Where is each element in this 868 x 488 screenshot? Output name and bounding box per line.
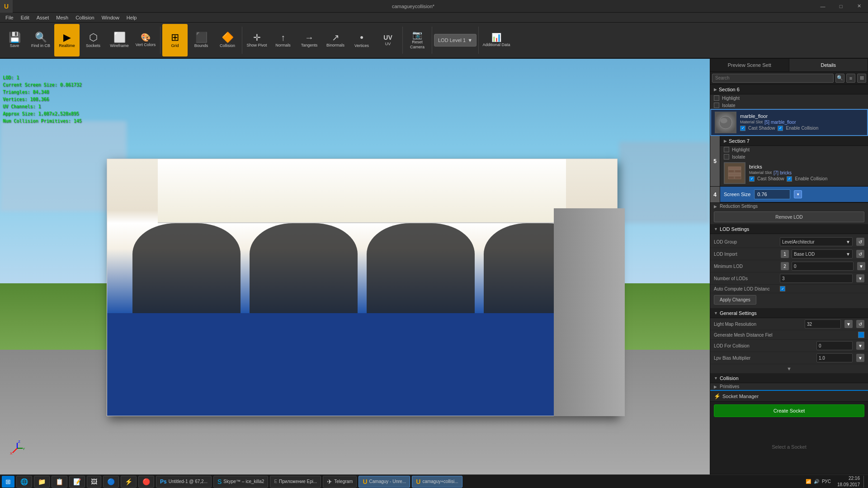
general-settings-header[interactable]: ▼ General Settings xyxy=(710,308,868,318)
section7-label: Section 7 xyxy=(729,138,750,144)
taskbar-notepad[interactable]: 📝 xyxy=(69,476,85,488)
minimize-button[interactable]: — xyxy=(814,0,832,13)
reduction-settings-row[interactable]: ▶ Reduction Settings xyxy=(710,203,868,210)
normals-label: Normals xyxy=(275,43,291,48)
generate-mesh-check[interactable] xyxy=(858,332,864,338)
maximize-button[interactable]: □ xyxy=(832,0,850,13)
start-button[interactable]: ⊞ xyxy=(2,476,14,488)
section6-material-row[interactable]: marble_floor Material Slot [5] marble_fl… xyxy=(710,109,868,136)
lod-group-dropdown[interactable]: LevelArchitectur ▼ xyxy=(780,237,853,246)
reset-camera-button[interactable]: 📷 Reset Camera xyxy=(405,24,430,56)
light-map-refresh[interactable]: ↺ xyxy=(856,320,864,328)
bricks-cast-shadow-check[interactable]: ✓ xyxy=(749,176,755,182)
tab-preview-scene[interactable]: Preview Scene Sett xyxy=(710,59,789,71)
menu-help[interactable]: Help xyxy=(123,13,141,23)
taskbar-epic[interactable]: E Приложение Epi... xyxy=(270,476,321,488)
wireframe-button[interactable]: ⬜ Wireframe xyxy=(107,24,132,56)
number-of-lods-input[interactable] xyxy=(780,274,853,283)
taskbar-extra2[interactable]: 🔴 xyxy=(138,476,154,488)
lpv-bias-input[interactable] xyxy=(816,353,853,362)
filter-button[interactable]: ⊞ xyxy=(857,74,866,83)
auto-compute-check[interactable]: ✓ xyxy=(780,286,785,291)
photos-icon: 🖼 xyxy=(91,478,97,485)
menu-mesh[interactable]: Mesh xyxy=(52,13,72,23)
menu-collision[interactable]: Collision xyxy=(72,13,98,23)
screen-size-input[interactable] xyxy=(754,189,790,199)
taskbar-explorer[interactable]: 📁 xyxy=(34,476,50,488)
lod-collision-input[interactable] xyxy=(816,341,853,350)
section6-highlight-check[interactable] xyxy=(714,95,719,101)
bricks-enable-collision-check[interactable]: ✓ xyxy=(787,176,792,182)
tangents-button[interactable]: → Tangents xyxy=(297,24,322,56)
section7-header[interactable]: ▶ Section 7 xyxy=(720,136,868,146)
lod-dropdown[interactable]: LOD Level 1 ▼ xyxy=(434,34,476,47)
stat-collision-primitives: Num Collision Primitives: 145 xyxy=(3,117,82,125)
uv-button[interactable]: UV UV xyxy=(375,24,401,56)
menu-file[interactable]: File xyxy=(2,13,17,23)
vert-colors-button[interactable]: 🎨 Vert Colors xyxy=(133,24,158,56)
collision-section-header[interactable]: ▼ Collision xyxy=(710,373,868,383)
realtime-button[interactable]: ▶ Realtime xyxy=(54,24,80,56)
vertices-button[interactable]: • Vertices xyxy=(349,24,374,56)
lod-import-dropdown[interactable]: Base LOD ▼ xyxy=(792,249,853,258)
light-map-stepper[interactable]: ▼ xyxy=(844,320,853,328)
generate-mesh-label: Generate Mesh Distance Fiel xyxy=(714,333,855,338)
section6-label: Section 6 xyxy=(719,87,740,92)
collision-button[interactable]: 🔶 Collision xyxy=(215,24,240,56)
primitives-row[interactable]: ▶ Primitives xyxy=(710,383,868,390)
menu-asset[interactable]: Asset xyxy=(33,13,53,23)
marble-enable-collision-check[interactable]: ✓ xyxy=(778,126,783,131)
taskbar-skype[interactable]: S Skype™ – ice_killa2 xyxy=(213,476,268,488)
show-pivot-button[interactable]: ✛ Show Pivot xyxy=(244,24,269,56)
separator-1 xyxy=(160,27,160,54)
find-in-cb-button[interactable]: 🔍 Find in CB xyxy=(28,24,53,56)
tab-details[interactable]: Details xyxy=(789,59,868,71)
remove-lod-button[interactable]: Remove LOD xyxy=(714,211,864,222)
show-desktop-button[interactable] xyxy=(863,476,866,488)
taskbar-chrome[interactable]: 🔵 xyxy=(103,476,119,488)
lod-import-row: LOD Import 1 Base LOD ▼ ↺ xyxy=(710,248,868,260)
lod-collision-stepper[interactable]: ▼ xyxy=(856,342,864,350)
lpv-bias-stepper[interactable]: ▼ xyxy=(856,354,864,362)
section7-isolate-check[interactable] xyxy=(724,154,729,160)
additional-data-button[interactable]: 📊 Additional Data xyxy=(481,24,512,56)
menu-edit[interactable]: Edit xyxy=(17,13,33,23)
uv-icon: UV xyxy=(383,34,392,41)
create-socket-button[interactable]: Create Socket xyxy=(714,404,864,417)
save-button[interactable]: 💾 Save xyxy=(2,24,27,56)
light-map-input[interactable] xyxy=(805,319,841,328)
marble-cast-shadow-check[interactable]: ✓ xyxy=(740,126,745,131)
search-input[interactable] xyxy=(712,74,834,83)
taskbar-photoshop[interactable]: Ps Untitled-1 @ 67,2... xyxy=(156,476,212,488)
search-button[interactable]: 🔍 xyxy=(835,74,844,83)
menu-window[interactable]: Window xyxy=(98,13,123,23)
taskbar-ue4-main[interactable]: U Camaguy - Unre... xyxy=(359,476,410,488)
screen-size-picker[interactable]: ▼ xyxy=(794,190,802,198)
viewport[interactable]: Perspective ▼ ☀ Lit Show ▼ xyxy=(0,59,710,474)
section6-isolate-check[interactable] xyxy=(714,103,719,108)
bounds-button[interactable]: ⬛ Bounds xyxy=(189,24,214,56)
number-of-lods-stepper[interactable]: ▼ xyxy=(856,274,864,282)
binormals-button[interactable]: ↗ Binormals xyxy=(323,24,348,56)
taskbar-telegram[interactable]: ✈ Telegram xyxy=(323,476,357,488)
taskbar-sticky[interactable]: 📋 xyxy=(52,476,67,488)
grid-button[interactable]: ⊞ Grid xyxy=(162,24,188,56)
apply-changes-button[interactable]: Apply Changes xyxy=(714,295,756,305)
arch-row xyxy=(132,223,592,326)
explorer-icon: 📁 xyxy=(38,478,46,485)
minimum-lod-stepper[interactable]: ▼ xyxy=(857,262,865,270)
svg-rect-12 xyxy=(728,176,734,179)
section6-header[interactable]: ▶ Section 6 xyxy=(710,84,868,94)
sockets-button[interactable]: ⬡ Sockets xyxy=(80,24,106,56)
taskbar-extra1[interactable]: ⚡ xyxy=(121,476,137,488)
section7-material-row[interactable]: bricks Material Slot [7] bricks ✓ Cast S… xyxy=(720,160,868,186)
taskbar-ue4-collision[interactable]: U camaguy+collisi... xyxy=(412,476,462,488)
close-button[interactable]: ✕ xyxy=(850,0,868,13)
view-toggle-button[interactable]: ≡ xyxy=(846,74,855,83)
lod-settings-header[interactable]: ▼ LOD Settings xyxy=(710,224,868,234)
taskbar-ie[interactable]: 🌐 xyxy=(16,476,32,488)
taskbar-photos[interactable]: 🖼 xyxy=(87,476,101,488)
section7-highlight-check[interactable] xyxy=(724,147,729,152)
normals-button[interactable]: ↑ Normals xyxy=(270,24,296,56)
minimum-lod-input[interactable] xyxy=(792,262,854,271)
